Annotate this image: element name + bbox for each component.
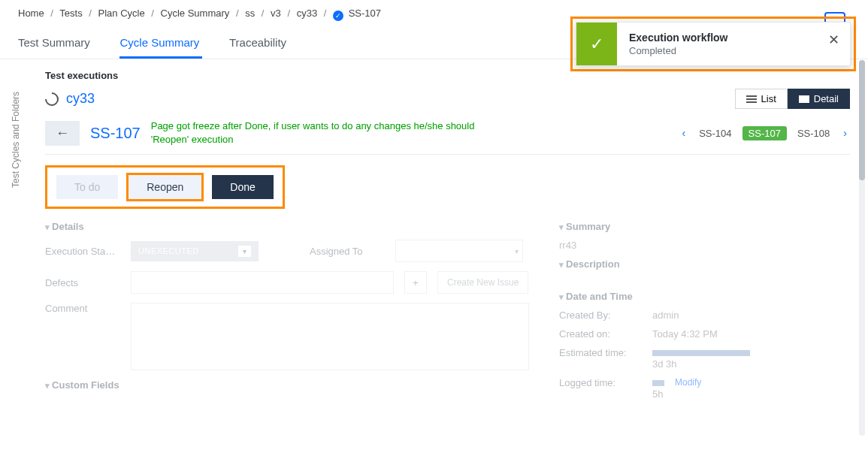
crumb-current[interactable]: SS-107 xyxy=(349,8,381,19)
logged-time-label: Logged time: xyxy=(559,377,642,400)
logged-time-bar xyxy=(652,380,664,386)
toast-title: Execution workflow xyxy=(629,32,806,44)
pager-prev-id[interactable]: SS-104 xyxy=(694,126,736,140)
issue-id[interactable]: SS-107 xyxy=(90,125,141,142)
toast-subtitle: Completed xyxy=(629,45,806,56)
defects-input[interactable] xyxy=(131,271,394,294)
crumb-tests[interactable]: Tests xyxy=(59,8,82,19)
reopen-button[interactable]: Reopen xyxy=(129,175,201,199)
crumb-home[interactable]: Home xyxy=(18,8,44,19)
created-by-label: Created By: xyxy=(559,310,642,321)
scrollbar[interactable] xyxy=(859,60,865,436)
pager-prev[interactable]: ‹ xyxy=(679,127,689,139)
tab-test-summary[interactable]: Test Summary xyxy=(18,29,93,56)
todo-button[interactable]: To do xyxy=(56,175,118,199)
comment-label: Comment xyxy=(45,303,120,314)
estimated-time-bar xyxy=(652,350,750,356)
back-button[interactable]: ← xyxy=(45,121,80,146)
refresh-icon[interactable] xyxy=(42,89,61,108)
toast-close-button[interactable]: ✕ xyxy=(818,23,850,65)
estimated-time-value: 3d 3h xyxy=(652,358,677,370)
crumb-ss[interactable]: ss xyxy=(245,8,255,19)
workflow-actions: To do Reopen Done xyxy=(45,165,285,209)
datetime-section-head[interactable]: Date and Time xyxy=(559,291,850,302)
exec-status-select[interactable]: UNEXECUTED ▾ xyxy=(131,241,259,261)
crumb-cy33[interactable]: cy33 xyxy=(297,8,317,19)
add-defect-button[interactable]: + xyxy=(404,271,427,294)
caret-down-icon: ▾ xyxy=(515,247,519,255)
pager-next-id[interactable]: SS-108 xyxy=(793,126,834,140)
exec-status-label: Execution Sta… xyxy=(45,246,120,257)
caret-down-icon: ▾ xyxy=(238,246,252,257)
custom-fields-section-head[interactable]: Custom Fields xyxy=(45,379,529,391)
crumb-cycle-summary[interactable]: Cycle Summary xyxy=(161,8,230,19)
detail-block-icon xyxy=(799,95,809,103)
assigned-to-label: Assigned To xyxy=(310,246,385,257)
list-view-button[interactable]: List xyxy=(735,89,788,109)
crumb-v3[interactable]: v3 xyxy=(271,8,281,19)
details-section-head[interactable]: Details xyxy=(45,221,529,232)
crumb-plan-cycle[interactable]: Plan Cycle xyxy=(98,8,145,19)
toast-highlight-frame: ✓ Execution workflow Completed ✕ xyxy=(570,17,856,71)
detail-view-button[interactable]: Detail xyxy=(788,89,850,109)
tab-cycle-summary[interactable]: Cycle Summary xyxy=(119,29,202,59)
summary-section-head[interactable]: Summary xyxy=(559,221,850,232)
issue-pager: ‹ SS-104 SS-107 SS-108 › xyxy=(679,126,850,140)
description-section-head[interactable]: Description xyxy=(559,258,850,270)
defects-label: Defects xyxy=(45,277,120,288)
toast-success-icon: ✓ xyxy=(576,23,617,65)
annotation-text: Page got freeze after Done, if user want… xyxy=(151,119,512,146)
view-toggle: ListDetail xyxy=(735,89,850,109)
create-new-issue-button[interactable]: Create New Issue xyxy=(437,271,528,294)
created-on-label: Created on: xyxy=(559,328,642,340)
created-on-value: Today 4:32 PM xyxy=(652,328,718,340)
comment-textarea[interactable] xyxy=(131,303,529,370)
list-lines-icon xyxy=(746,95,757,103)
estimated-time-label: Estimated time: xyxy=(559,347,642,370)
check-circle-icon: ✓ xyxy=(333,11,343,21)
modify-link[interactable]: Modify xyxy=(675,377,701,400)
done-button[interactable]: Done xyxy=(212,175,273,199)
pager-current-id: SS-107 xyxy=(742,126,787,140)
assigned-to-select[interactable]: ▾ xyxy=(395,240,523,262)
summary-value: rr43 xyxy=(559,240,576,251)
toast: ✓ Execution workflow Completed ✕ xyxy=(576,22,851,66)
test-executions-title: Test executions xyxy=(45,70,850,81)
tab-traceability[interactable]: Traceability xyxy=(229,29,289,56)
logged-time-value: 5h xyxy=(652,388,663,400)
exec-status-value: UNEXECUTED xyxy=(138,246,199,255)
scrollbar-thumb[interactable] xyxy=(859,60,865,180)
cycle-name[interactable]: cy33 xyxy=(66,91,95,107)
created-by-value: admin xyxy=(652,310,679,321)
pager-next[interactable]: › xyxy=(840,127,850,139)
